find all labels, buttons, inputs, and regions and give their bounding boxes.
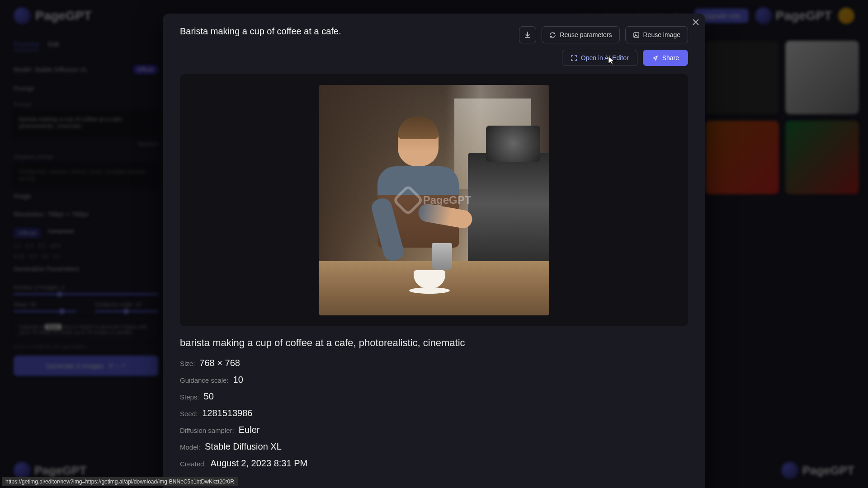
image-section-header[interactable]: Image — [14, 187, 158, 205]
detail-label: Size: — [180, 360, 195, 367]
close-icon — [693, 19, 699, 25]
generate-label: Generate 4 images — [46, 362, 104, 370]
aspect-badge[interactable]: 3:4 — [41, 253, 48, 260]
gallery-thumb[interactable] — [785, 121, 859, 194]
detail-label: Seed: — [180, 410, 198, 418]
open-editor-label: Open in AI Editor — [581, 54, 629, 61]
detail-label: Model: — [180, 443, 200, 451]
detail-value: 50 — [204, 391, 214, 402]
steps-slider[interactable] — [14, 310, 77, 312]
download-button[interactable] — [519, 26, 536, 43]
download-icon — [524, 31, 531, 38]
footer-logo: PageGPT — [14, 462, 87, 479]
tab-official[interactable]: Official — [14, 228, 41, 238]
detail-value: 768 × 768 — [199, 358, 240, 368]
tab-essential[interactable]: Essential — [14, 41, 39, 51]
section-title: Resolution: 768px × 768px — [14, 211, 89, 218]
modal-title: Barista making a cup of coffee at a cafe… — [180, 26, 341, 37]
prompt-input[interactable]: barista making a cup of coffee at a cafe… — [14, 110, 158, 137]
aspect-badge[interactable]: 1:2 — [53, 253, 61, 260]
gallery-thumb[interactable] — [705, 41, 779, 114]
brand-name: PageGPT — [35, 9, 91, 23]
aspect-badges-2: 9:16 2:3 3:4 1:2 — [14, 253, 158, 260]
expand-icon — [571, 55, 577, 61]
modal-actions-secondary: Open in AI Editor Share — [180, 50, 688, 66]
reuse-parameters-button[interactable]: Reuse parameters — [542, 26, 619, 43]
upsell-box: Upgrade to Basic plan or higher to gener… — [14, 319, 158, 340]
detail-label: Diffusion sampler: — [180, 427, 234, 434]
model-badge: Official — [133, 65, 158, 74]
resolution-section-header[interactable]: Resolution: 768px × 768px — [14, 205, 158, 223]
logo-icon — [14, 7, 31, 24]
credit-line: Uses 4 credits for this generation. — [14, 344, 158, 349]
detail-seed: Seed: 1281513986 — [180, 408, 688, 418]
random-button[interactable]: Random — [14, 141, 158, 147]
brand-logo[interactable]: PageGPT — [14, 7, 91, 24]
model-row[interactable]: Model: Stable Diffusion XL Official — [14, 60, 158, 80]
kbd-hint: ⌘ + ⏎ — [108, 362, 126, 369]
tab-edit[interactable]: Edit — [48, 41, 59, 51]
logo-icon — [14, 462, 31, 479]
detail-label: Steps: — [180, 393, 199, 401]
tab-advanced[interactable]: Advanced — [48, 228, 74, 238]
share-button[interactable]: Share — [643, 50, 688, 66]
footer-logo: PageGPT — [781, 462, 854, 479]
aspect-badge[interactable]: 9:16 — [14, 253, 24, 260]
detail-value: 10 — [233, 375, 243, 385]
refresh-icon — [549, 32, 556, 38]
brand-name: PageGPT — [802, 464, 854, 478]
generation-sidebar: Essential Edit Model: Stable Diffusion X… — [0, 32, 172, 385]
detail-value: 1281513986 — [202, 408, 252, 418]
reuse-image-label: Reuse image — [643, 31, 681, 38]
share-icon — [652, 55, 659, 61]
detail-model: Model: Stable Diffusion XL — [180, 441, 688, 452]
detail-size: Size: 768 × 768 — [180, 358, 688, 368]
detail-guidance: Guidance scale: 10 — [180, 375, 688, 385]
reuse-parameters-label: Reuse parameters — [560, 31, 612, 38]
logo-icon — [781, 462, 798, 479]
avatar[interactable] — [838, 8, 854, 24]
neg-prompt-heading: Negative prompt — [14, 154, 158, 160]
image-detail-modal: Barista making a cup of coffee at a cafe… — [163, 14, 705, 488]
detail-sampler: Diffusion sampler: Euler — [180, 425, 688, 435]
neg-prompt-input[interactable]: Disfigured, cartoon, blurry, nude, multi… — [14, 163, 158, 187]
prompt-section-header[interactable]: Prompt — [14, 80, 158, 98]
model-label: Model: Stable Diffusion XL — [14, 66, 88, 73]
watermark-text: PageGPT — [423, 194, 472, 206]
guidance-slider[interactable] — [95, 310, 158, 312]
detail-value: Stable Diffusion XL — [205, 441, 282, 452]
section-title: Generation Parameters — [14, 265, 80, 272]
aspect-badge[interactable]: 2:3 — [28, 253, 36, 260]
image-details: barista making a cup of coffee at a cafe… — [180, 337, 688, 469]
sidebar-tabs: Essential Edit — [14, 41, 158, 51]
generate-button[interactable]: Generate 4 images ⌘ + ⏎ — [14, 356, 158, 376]
svg-rect-0 — [633, 32, 638, 37]
logo-icon — [392, 184, 424, 216]
upsell-plan-pill: Basic — [45, 324, 61, 330]
gallery-thumb[interactable] — [785, 41, 859, 114]
detail-value: August 2, 2023 8:31 PM — [211, 458, 308, 469]
share-label: Share — [662, 54, 679, 61]
aspect-badge[interactable]: 3:2 — [38, 243, 45, 249]
open-editor-button[interactable]: Open in AI Editor — [562, 50, 637, 66]
prompt-heading: Prompt — [14, 101, 158, 108]
gen-params-header[interactable]: Generation Parameters — [14, 260, 158, 278]
aspect-badge[interactable]: 16:9 — [50, 243, 60, 249]
gallery-thumb[interactable] — [705, 121, 779, 194]
aspect-badge[interactable]: 4:3 — [26, 243, 33, 249]
num-images-slider[interactable] — [14, 293, 158, 295]
detail-label: Created: — [180, 460, 206, 468]
generated-image[interactable]: PageGPT — [319, 85, 549, 315]
num-images-label: Number of Images: 4 — [14, 284, 158, 291]
upsell-text: plan or higher to generate images with u… — [19, 324, 147, 335]
aspect-badge[interactable]: 1:1 — [14, 243, 21, 249]
upsell-text: Upgrade to — [19, 324, 45, 329]
steps-label: Steps: 50 — [14, 301, 77, 308]
guidance-label: Guidance scale: 10 — [95, 301, 158, 308]
close-button[interactable] — [693, 19, 699, 25]
resolution-tabs: Official Advanced — [14, 228, 158, 238]
detail-value: Euler — [239, 425, 260, 435]
section-title: Prompt — [14, 85, 34, 92]
gallery — [705, 41, 859, 194]
reuse-image-button[interactable]: Reuse image — [625, 26, 689, 43]
